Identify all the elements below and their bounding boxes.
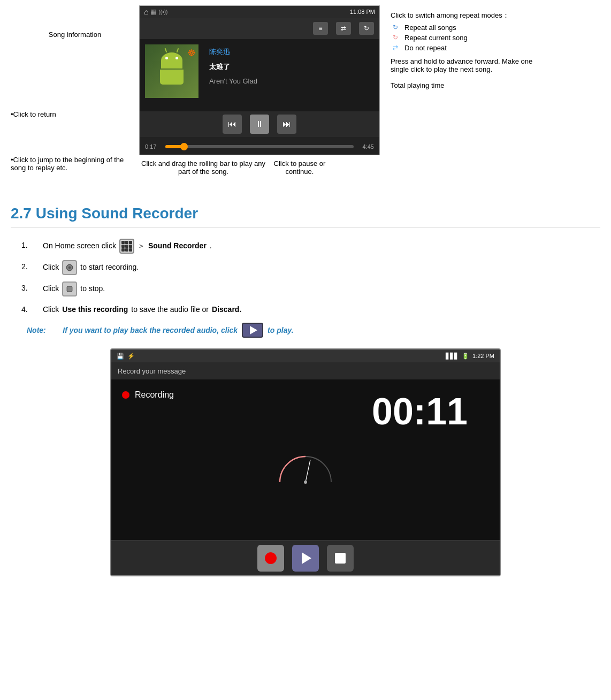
repeat-all-label: Repeat all songs <box>404 24 456 32</box>
step-1-app-name: Sound Recorder <box>148 239 207 253</box>
stop-button[interactable] <box>327 545 354 572</box>
drag-label: Click and drag the rolling bar to play a… <box>139 159 268 176</box>
record-button-icon[interactable] <box>62 260 77 275</box>
stop-square-icon <box>335 553 346 564</box>
usb-icon: ⚡ <box>127 353 135 360</box>
recorder-status-icons: 💾 ⚡ <box>117 353 135 360</box>
left-annotations: Song information •Click to return •Click… <box>11 5 139 189</box>
song-list: 陈奕迅 太难了 Aren't You Glad <box>204 39 379 111</box>
status-bar-left-icons: ⌂ ▦ ((•)) <box>144 7 167 16</box>
record-svg <box>65 263 74 272</box>
step-1-content: On Home screen click ＞Sound Recorder. <box>43 239 212 254</box>
repeat-current-item: ↻ Repeat current song <box>391 33 535 42</box>
progress-area: 0:17 4:45 <box>140 137 379 155</box>
no-repeat-icon: ⇄ <box>391 43 400 52</box>
recorder-controls <box>111 541 500 575</box>
play-triangle-button-icon <box>302 552 311 564</box>
forward-button[interactable]: ⏭ <box>277 115 296 134</box>
rewind-button[interactable]: ⏮ <box>223 115 242 134</box>
no-repeat-label: Do not repeat <box>404 44 447 52</box>
recorder-screenshot: 💾 ⚡ ▋▋▋ 🔋 1:22 PM Record your message Re… <box>110 348 501 576</box>
menu-icon[interactable]: ≡ <box>313 22 328 35</box>
album-symbol: ☸ <box>187 47 196 59</box>
timer-display: 00:11 <box>372 390 468 433</box>
step-2: 2. Click to start recording. <box>21 260 600 275</box>
player-content: ☸ 陈奕迅 太难了 Aren't You Glad <box>140 39 379 111</box>
section-title: 2.7 Using Sound Recorder <box>11 205 600 228</box>
record-circle-icon <box>265 552 277 564</box>
step-3-num: 3. <box>21 281 37 295</box>
step-2-text-after: to start recording. <box>80 261 139 274</box>
instructions-list: 1. On Home screen click ＞Sound Recorder.… <box>21 239 600 316</box>
album-art: ☸ <box>145 44 198 98</box>
svg-point-4 <box>304 481 307 484</box>
total-time: 4:45 <box>358 143 374 150</box>
svg-point-1 <box>68 267 71 269</box>
svg-line-3 <box>306 460 310 482</box>
no-repeat-item: ⇄ Do not repeat <box>391 43 535 52</box>
step-4-content: Click Use this recording to save the aud… <box>43 303 241 316</box>
battery-icon: 🔋 <box>462 353 469 360</box>
progress-thumb[interactable] <box>180 143 188 150</box>
step-1-text-before: On Home screen click <box>43 239 116 253</box>
stop-button-icon[interactable] <box>62 281 77 296</box>
below-player-annotations: Click and drag the rolling bar to play a… <box>139 159 380 176</box>
record-button[interactable] <box>257 545 284 572</box>
step-4-middle-text: to save the audio file or <box>131 303 209 316</box>
step-3-click-label: Click <box>43 282 59 295</box>
recording-indicator: Recording <box>122 390 174 400</box>
play-button[interactable] <box>292 545 319 572</box>
sd-card-icon: 💾 <box>117 353 124 360</box>
repeat-current-icon: ↻ <box>391 33 400 42</box>
song-item-1: 陈奕迅 <box>209 44 374 59</box>
step-1-num: 1. <box>21 239 37 252</box>
stop-svg <box>65 285 74 293</box>
note-text-after: to play. <box>268 326 294 334</box>
step-2-text-before: Click <box>43 261 59 274</box>
player-top-controls: ≡ ⇄ ↻ <box>140 18 379 39</box>
switch-modes-label: Click to switch among repeat modes： <box>391 11 535 20</box>
step-3-text-after: to stop. <box>80 282 105 295</box>
song-item-2: 太难了 <box>209 59 374 74</box>
current-time: 0:17 <box>145 143 161 150</box>
step-4-num: 4. <box>21 303 37 316</box>
repeat-all-item: ↻ Repeat all songs <box>391 23 535 32</box>
recorder-status-bar: 💾 ⚡ ▋▋▋ 🔋 1:22 PM <box>111 349 500 362</box>
svg-rect-2 <box>67 286 73 292</box>
recorder-status-right: ▋▋▋ 🔋 1:22 PM <box>446 353 494 360</box>
play-triangle-icon <box>250 326 257 334</box>
android-robot <box>156 52 188 90</box>
recorder-title-text: Record your message <box>118 367 186 375</box>
signal-icon: ▦ <box>150 8 156 16</box>
step-1-period: . <box>210 239 212 253</box>
home-screen-grid-icon[interactable] <box>119 239 134 254</box>
gauge-area <box>122 443 489 496</box>
player-image: ⌂ ▦ ((•)) 11:08 PM ≡ ⇄ ↻ <box>139 5 380 155</box>
step-2-content: Click to start recording. <box>43 260 139 275</box>
repeat-modes-list: ↻ Repeat all songs ↻ Repeat current song… <box>391 23 535 52</box>
repeat-icon[interactable]: ↻ <box>359 22 374 35</box>
grid-icon <box>121 241 132 252</box>
step-4-click: Click <box>43 303 59 316</box>
note-box: Note: If you want to play back the recor… <box>27 323 600 338</box>
music-player-screenshot: ⌂ ▦ ((•)) 11:08 PM ≡ ⇄ ↻ <box>139 5 380 189</box>
note-text-spaces <box>50 326 59 334</box>
play-back-icon[interactable] <box>242 323 263 338</box>
status-time: 11:08 PM <box>350 9 375 15</box>
repeat-current-label: Repeat current song <box>404 34 468 42</box>
progress-track[interactable] <box>165 145 354 148</box>
step-1-arrow: ＞ <box>138 239 145 253</box>
right-annotations: Click to switch among repeat modes： ↻ Re… <box>380 5 535 189</box>
step-4-discard: Discard. <box>212 303 241 316</box>
home-icon: ⌂ <box>144 7 148 16</box>
step-4-use-recording: Use this recording <box>62 303 128 316</box>
pause-button[interactable]: ⏸ <box>250 115 269 134</box>
vu-meter-svg <box>273 448 338 491</box>
shuffle-icon[interactable]: ⇄ <box>336 22 351 35</box>
recorder-title-bar: Record your message <box>111 362 500 379</box>
signal-bars-icon: ▋▋▋ <box>446 353 459 360</box>
step-2-num: 2. <box>21 260 37 273</box>
song-info-label: Song information <box>11 31 139 39</box>
step-1: 1. On Home screen click ＞Sound Recorder. <box>21 239 600 254</box>
song-item-3: Aren't You Glad <box>209 74 374 88</box>
